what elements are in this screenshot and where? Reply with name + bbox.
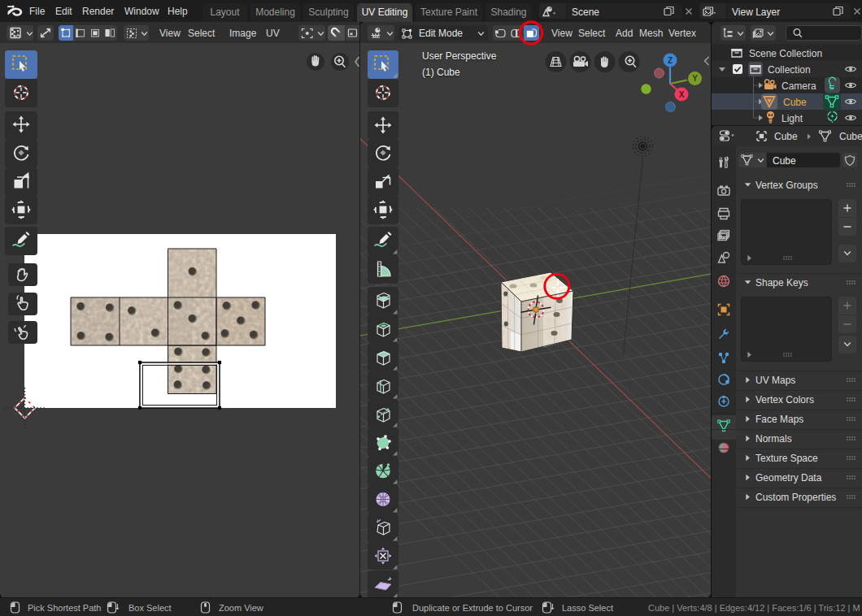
svg-text:X: X	[679, 90, 685, 99]
svg-text:Y: Y	[692, 74, 698, 83]
